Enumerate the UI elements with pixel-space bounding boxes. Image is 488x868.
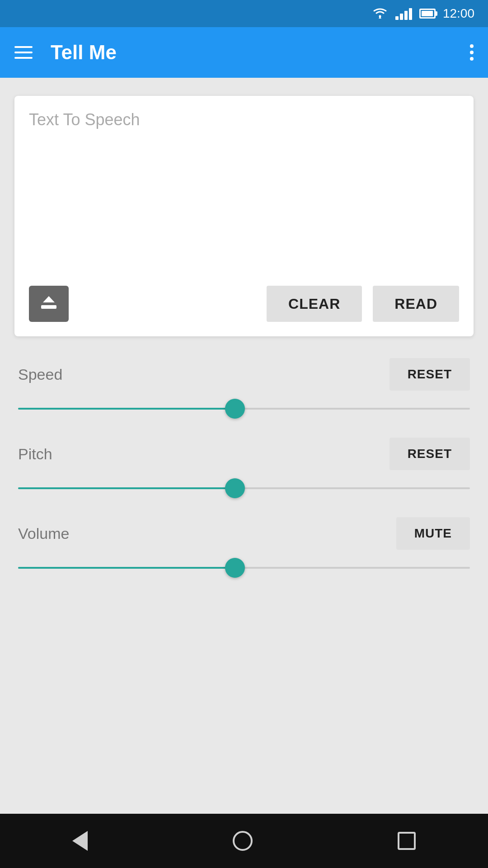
back-button[interactable]: [72, 831, 88, 851]
wifi-icon: [372, 6, 388, 21]
read-button[interactable]: READ: [373, 286, 459, 322]
volume-label: Volume: [18, 525, 69, 542]
pitch-control: Pitch RESET: [18, 438, 470, 499]
pitch-header: Pitch RESET: [18, 438, 470, 470]
download-button[interactable]: [29, 286, 69, 322]
controls-section: Speed RESET Pitch RESET Vo: [14, 358, 474, 579]
pitch-fill: [18, 487, 235, 489]
home-icon: [233, 831, 253, 851]
speed-control: Speed RESET: [18, 358, 470, 420]
battery-icon: [419, 9, 436, 19]
pitch-reset-button[interactable]: RESET: [389, 438, 470, 470]
signal-icon: [395, 7, 412, 20]
mute-button[interactable]: MUTE: [396, 517, 470, 550]
volume-slider[interactable]: [18, 557, 470, 579]
status-time: 12:00: [443, 6, 474, 21]
clear-button[interactable]: CLEAR: [267, 286, 362, 322]
volume-fill: [18, 567, 235, 569]
speed-reset-button[interactable]: RESET: [389, 358, 470, 391]
back-icon: [72, 831, 88, 851]
hamburger-menu-button[interactable]: [14, 46, 33, 59]
pitch-thumb[interactable]: [225, 478, 245, 498]
pitch-slider[interactable]: [18, 477, 470, 499]
recents-button[interactable]: [398, 832, 416, 850]
recents-icon: [398, 832, 416, 850]
speed-header: Speed RESET: [18, 358, 470, 391]
download-icon: [39, 292, 58, 316]
text-card: CLEAR READ: [14, 96, 474, 336]
app-bar: Tell Me: [0, 27, 488, 78]
nav-bar: [0, 814, 488, 868]
pitch-label: Pitch: [18, 445, 52, 463]
volume-header: Volume MUTE: [18, 517, 470, 550]
volume-control: Volume MUTE: [18, 517, 470, 579]
speed-label: Speed: [18, 366, 62, 383]
main-content: CLEAR READ Speed RESET Pitch RESET: [0, 78, 488, 597]
app-title: Tell Me: [51, 41, 452, 64]
speed-thumb[interactable]: [225, 399, 245, 419]
speed-fill: [18, 408, 235, 410]
svg-rect-1: [41, 305, 56, 309]
text-input[interactable]: [29, 110, 459, 273]
volume-thumb[interactable]: [225, 558, 245, 578]
svg-point-0: [379, 15, 381, 18]
svg-marker-2: [43, 296, 55, 302]
card-actions: CLEAR READ: [29, 286, 459, 322]
more-options-button[interactable]: [470, 44, 474, 61]
home-button[interactable]: [233, 831, 253, 851]
status-bar: 12:00: [0, 0, 488, 27]
speed-slider[interactable]: [18, 398, 470, 420]
